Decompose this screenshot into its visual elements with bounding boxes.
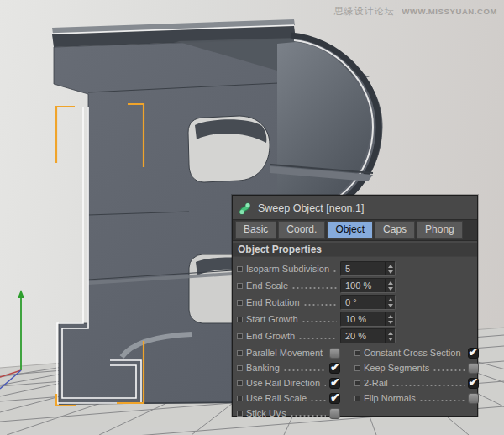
section-header: Object Properties (233, 243, 477, 257)
end-scale-input[interactable]: 100 % (340, 278, 396, 293)
field-label: End Growth (246, 331, 295, 341)
end-rotation-input[interactable]: 0 ° (340, 295, 396, 310)
tab-coord[interactable]: Coord. (278, 221, 325, 239)
watermark-site: WWW.MISSYUAN.COM (402, 7, 497, 16)
check-flip-normals: Flip Normals (344, 390, 479, 406)
end-growth-input[interactable]: 20 % (340, 328, 396, 343)
dotted-leader (323, 384, 326, 387)
checkbox-grid: Parallel Movement Constant Cross Section… (233, 344, 477, 421)
check-banking: Banking (236, 360, 340, 375)
sweep-object-panel: Sweep Object [neon.1] Basic Coord. Objec… (232, 195, 478, 417)
field-end-rotation: End Rotation 0 ° (236, 294, 396, 311)
spinner[interactable] (385, 262, 395, 275)
panel-tabs: Basic Coord. Object Caps Phong (233, 219, 477, 241)
tab-object[interactable]: Object (327, 221, 373, 239)
check-keep-segments: Keep Segments (344, 360, 479, 375)
dotted-leader (290, 414, 326, 417)
key-square-icon[interactable] (237, 350, 243, 356)
field-end-scale: End Scale 100 % (236, 277, 396, 294)
dotted-leader (310, 399, 326, 402)
field-label: End Rotation (246, 297, 300, 307)
check-use-rail-scale: Use Rail Scale (236, 390, 340, 406)
key-square-icon[interactable] (237, 380, 243, 386)
field-value: 100 % (345, 280, 371, 291)
field-value: 0 ° (345, 296, 357, 308)
spinner-up-icon[interactable] (388, 332, 393, 335)
field-value: 5 (345, 263, 350, 275)
spinner[interactable] (385, 279, 395, 292)
dotted-leader (298, 337, 337, 340)
y-axis-arrow-icon (18, 290, 24, 298)
dotted-leader (303, 303, 337, 307)
check-stick-uvs: Stick UVs (236, 406, 340, 421)
spinner-up-icon[interactable] (388, 315, 393, 318)
key-square-icon[interactable] (237, 365, 243, 371)
check-use-rail-direction: Use Rail Direction (236, 375, 340, 390)
key-square-icon[interactable] (237, 333, 243, 339)
key-square-icon[interactable] (237, 317, 243, 322)
watermark-chinese: 思缘设计论坛 (333, 5, 394, 18)
keep-segments-checkbox[interactable] (468, 363, 479, 374)
spinner-down-icon[interactable] (388, 338, 393, 341)
isoparm-subdivision-input[interactable]: 5 (340, 261, 396, 276)
2-rail-checkbox[interactable] (468, 378, 479, 389)
spinner-down-icon[interactable] (388, 321, 393, 324)
use-rail-direction-checkbox[interactable] (329, 378, 340, 389)
sweep-object-icon (238, 202, 252, 216)
key-square-icon[interactable] (354, 380, 360, 386)
tab-phong[interactable]: Phong (417, 221, 463, 239)
tab-basic[interactable]: Basic (235, 221, 276, 239)
dotted-leader (333, 270, 337, 273)
field-value: 10 % (345, 313, 366, 325)
spinner-down-icon[interactable] (388, 270, 393, 274)
check-constant-cross-section: Constant Cross Section (344, 345, 479, 360)
tab-caps[interactable]: Caps (375, 221, 415, 239)
spinner[interactable] (385, 312, 395, 326)
parallel-movement-checkbox[interactable] (329, 348, 340, 359)
field-label: Start Growth (246, 314, 298, 324)
spinner-up-icon[interactable] (388, 281, 393, 285)
key-square-icon[interactable] (237, 266, 243, 272)
dotted-leader (433, 369, 464, 372)
numeric-fields: Isoparm Subdivision 5 End Scale 100 % En… (233, 257, 477, 344)
key-square-icon[interactable] (354, 396, 360, 401)
dotted-leader (283, 369, 326, 372)
spinner[interactable] (385, 296, 395, 309)
key-square-icon[interactable] (354, 350, 360, 356)
field-label: End Scale (246, 280, 288, 291)
check-2-rail: 2-Rail (344, 375, 479, 390)
field-end-growth: End Growth 20 % (236, 328, 396, 344)
spinner-down-icon[interactable] (388, 304, 393, 307)
banking-checkbox[interactable] (329, 363, 340, 374)
spinner-down-icon[interactable] (388, 287, 393, 291)
constant-cross-section-checkbox[interactable] (468, 348, 479, 359)
spinner[interactable] (385, 329, 395, 343)
key-square-icon[interactable] (237, 283, 243, 289)
panel-title-bar[interactable]: Sweep Object [neon.1] (233, 196, 477, 219)
use-rail-scale-checkbox[interactable] (329, 393, 340, 404)
field-isoparm-subdivision: Isoparm Subdivision 5 (236, 260, 396, 277)
watermark: 思缘设计论坛 WWW.MISSYUAN.COM (333, 5, 497, 18)
flip-normals-checkbox[interactable] (468, 393, 479, 404)
panel-title: Sweep Object [neon.1] (258, 202, 364, 214)
key-square-icon[interactable] (237, 396, 243, 401)
stick-uvs-checkbox[interactable] (329, 408, 340, 419)
dotted-leader (291, 286, 337, 290)
dotted-leader (391, 384, 465, 387)
field-label: Isoparm Subdivision (246, 264, 329, 274)
key-square-icon[interactable] (354, 365, 360, 371)
key-square-icon[interactable] (237, 300, 243, 306)
field-value: 20 % (345, 330, 366, 342)
spinner-up-icon[interactable] (388, 298, 393, 301)
dotted-leader (302, 320, 337, 323)
key-square-icon[interactable] (237, 411, 243, 417)
field-start-growth: Start Growth 10 % (236, 311, 396, 328)
dotted-leader (419, 399, 465, 402)
c4d-viewport-window: 思缘设计论坛 WWW.MISSYUAN.COM Sweep Object [ne… (0, 0, 504, 435)
check-parallel-movement: Parallel Movement (236, 345, 340, 360)
start-growth-input[interactable]: 10 % (340, 312, 396, 327)
spinner-up-icon[interactable] (388, 265, 393, 268)
